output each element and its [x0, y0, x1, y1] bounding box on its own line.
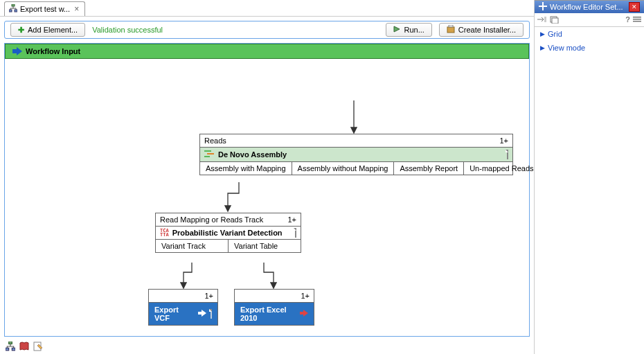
edit-icon[interactable] — [33, 342, 43, 351]
export-vcf-count: 1+ — [204, 292, 213, 300]
side-link-view-mode[interactable]: ▶ View mode — [535, 41, 644, 55]
workflow-view-icon[interactable] — [6, 342, 15, 351]
doc-icon — [211, 310, 212, 318]
tool-icon[interactable] — [550, 15, 560, 25]
workflow-input-node[interactable]: Workflow Input — [5, 44, 529, 59]
add-element-label: Add Element... — [28, 26, 78, 34]
main-area: Export test w... × ✚ Add Element... Vali… — [0, 0, 535, 354]
doc-icon — [295, 229, 296, 237]
side-link-grid[interactable]: ▶ Grid — [535, 27, 644, 41]
side-panel-close-button[interactable]: ✕ — [629, 2, 640, 12]
assembly-input-label: Reads — [204, 136, 226, 145]
side-panel-header: Workflow Editor Set... ✕ — [535, 1, 644, 13]
svg-rect-8 — [204, 156, 210, 157]
add-element-button[interactable]: ✚ Add Element... — [10, 23, 85, 37]
bottom-icon-bar — [6, 342, 43, 351]
svg-rect-11 — [12, 348, 15, 351]
tab-label: Export test w... — [20, 5, 70, 13]
tab-bar: Export test w... × — [0, 0, 534, 17]
side-panel: Workflow Editor Set... ✕ ? ▶ Grid ▶ View… — [535, 0, 644, 354]
run-label: Run... — [404, 26, 424, 34]
variant-input-row: Read Mapping or Reads Track 1+ — [156, 213, 301, 227]
svg-rect-3 — [447, 27, 454, 33]
svg-rect-19 — [633, 19, 641, 20]
validation-message: Validation successful — [92, 26, 163, 34]
variant-title: Probabilistic Variant Detection — [172, 229, 283, 237]
variant-output[interactable]: Variant Table — [229, 240, 301, 252]
tool-icon[interactable] — [537, 15, 547, 25]
export-excel-count: 1+ — [301, 292, 310, 300]
export-vcf-node[interactable]: 1+ Export VCF — [148, 289, 218, 326]
assembly-input-count: 1+ — [487, 136, 508, 145]
assembly-title: De Novo Assembly — [218, 150, 287, 159]
svg-rect-4 — [449, 25, 453, 27]
installer-icon — [447, 25, 455, 35]
doc-icon — [507, 150, 508, 159]
workflow-canvas[interactable]: Workflow Input Reads 1+ De Novo Assembly… — [4, 43, 530, 337]
create-installer-button[interactable]: Create Installer... — [439, 23, 524, 37]
svg-rect-15 — [544, 17, 546, 22]
assembly-icon — [204, 150, 214, 159]
svg-rect-20 — [633, 21, 641, 22]
side-link-label: View mode — [548, 44, 585, 52]
workflow-input-label: Workflow Input — [26, 47, 80, 55]
create-installer-label: Create Installer... — [458, 26, 516, 34]
side-link-label: Grid — [548, 30, 562, 38]
variant-input-count: 1+ — [275, 215, 296, 224]
editor-tab[interactable]: Export test w... × — [4, 1, 85, 16]
variant-output[interactable]: Variant Track — [156, 240, 229, 252]
export-excel-label: Export Excel 2010 — [240, 306, 296, 322]
assembly-outputs-row: Assembly with Mapping Assembly without M… — [200, 162, 512, 175]
expand-icon: ▶ — [540, 44, 545, 51]
assembly-output[interactable]: Assembly Report — [394, 162, 464, 175]
book-icon[interactable] — [19, 342, 29, 351]
run-button[interactable]: Run... — [386, 23, 431, 37]
assembly-output[interactable]: Assembly without Mapping — [292, 162, 395, 175]
variant-detection-node[interactable]: Read Mapping or Reads Track 1+ TCATTA Pr… — [155, 213, 301, 253]
svg-rect-14 — [542, 2, 544, 10]
de-novo-assembly-node[interactable]: Reads 1+ De Novo Assembly Assembly with … — [199, 134, 513, 175]
help-icon[interactable]: ? — [625, 15, 630, 25]
menu-icon[interactable] — [633, 15, 641, 25]
toolbar: ✚ Add Element... Validation successful R… — [4, 21, 530, 39]
export-vcf-label: Export VCF — [154, 306, 194, 322]
assembly-input-row: Reads 1+ — [200, 134, 512, 148]
svg-rect-10 — [6, 348, 9, 351]
svg-rect-17 — [552, 18, 558, 24]
variant-icon: TCATTA — [160, 229, 169, 237]
export-excel-node[interactable]: 1+ Export Excel 2010 — [234, 289, 314, 326]
output-arrow-icon — [198, 310, 206, 318]
assembly-output[interactable]: Un-mapped Reads — [464, 162, 539, 175]
variant-outputs-row: Variant Track Variant Table — [156, 240, 301, 252]
input-arrow-icon — [12, 47, 22, 55]
variant-title-row: TCATTA Probabilistic Variant Detection — [156, 227, 301, 240]
svg-rect-18 — [633, 17, 641, 18]
side-panel-title: Workflow Editor Set... — [550, 3, 623, 11]
assembly-output[interactable]: Assembly with Mapping — [200, 162, 292, 175]
play-icon — [393, 26, 400, 34]
workflow-icon — [9, 4, 17, 14]
svg-rect-7 — [207, 153, 214, 154]
svg-rect-6 — [204, 150, 211, 152]
output-arrow-icon — [300, 310, 308, 318]
side-panel-tools: ? — [535, 13, 644, 27]
variant-input-label: Read Mapping or Reads Track — [160, 215, 263, 224]
settings-icon — [539, 2, 547, 12]
svg-rect-1 — [9, 10, 12, 12]
assembly-title-row: De Novo Assembly — [200, 148, 512, 162]
svg-rect-9 — [9, 342, 12, 344]
plus-icon: ✚ — [18, 26, 24, 35]
expand-icon: ▶ — [540, 30, 545, 37]
tab-close-button[interactable]: × — [73, 4, 80, 14]
svg-rect-0 — [12, 4, 15, 6]
svg-rect-2 — [15, 10, 17, 12]
